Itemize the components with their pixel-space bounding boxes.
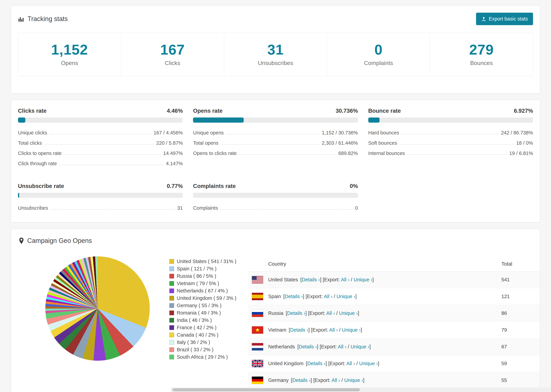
de-flag-icon: [252, 377, 263, 384]
rate-row-label: Soft bounces: [368, 140, 397, 147]
export-all-link[interactable]: All ›: [326, 310, 335, 316]
legend-swatch: [170, 311, 174, 315]
export-all-link[interactable]: All ›: [324, 294, 332, 299]
table-row: Germany [Details ›] [Export: All › / Uni…: [248, 372, 540, 389]
export-unique-link[interactable]: Unique ›: [351, 344, 369, 350]
geo-table-header-row: Country Total: [248, 256, 540, 271]
rate-head: Bounce rate 6.927%: [368, 108, 533, 114]
rate-value: 0%: [350, 183, 358, 189]
progress-bar-fill: [193, 118, 244, 123]
legend-label: Spain ( 121 / 7% ): [177, 266, 216, 272]
tracking-stats-card: Tracking stats Export basic stats 1,152 …: [11, 6, 540, 93]
details-link[interactable]: Details ›: [302, 277, 320, 282]
us-flag-icon: [252, 276, 263, 284]
dotted-leader: [239, 154, 336, 155]
dotted-leader: [402, 134, 499, 134]
rates-card: Clicks rate 4.46% Unique clicks 167 / 4.…: [11, 100, 540, 222]
rate-row-value: 242 / 86.738%: [501, 130, 533, 137]
map-marker-icon: [19, 237, 24, 244]
rate-row-label: Complaints: [193, 205, 218, 212]
legend-item: India ( 46 / 3% ): [170, 317, 236, 324]
rate-head: Unsubscribe rate 0.77%: [18, 183, 183, 189]
table-row: United States [Details ›] [Export: All ›…: [248, 271, 540, 288]
legend-item: Romania ( 49 / 3% ): [170, 309, 236, 317]
dotted-leader: [59, 165, 164, 165]
table-row: Russia [Details ›] [Export: All › / Uniq…: [248, 305, 540, 322]
campaign-geo-opens-title: Campaign Geo Opens: [27, 237, 92, 245]
rate-rows: Unsubscribes 31: [18, 202, 183, 212]
legend-label: Italy ( 36 / 2% ): [177, 339, 210, 345]
rate-row: Unsubscribes 31: [18, 202, 183, 212]
country-cell: Vietnam [Details ›] [Export: All › / Uni…: [268, 327, 501, 333]
rate-row: Total clicks 220 / 5.87%: [18, 137, 183, 147]
legend-label: Germany ( 55 / 3% ): [177, 303, 221, 308]
stats-row: 1,152 Opens 167 Clicks 31 Unsubscribes 0…: [18, 33, 533, 76]
pie-legend: United States ( 541 / 31% ) Spain ( 121 …: [170, 258, 236, 361]
legend-swatch: [170, 259, 174, 264]
rate-row: Opens to clicks rate 689.82%: [193, 147, 358, 157]
bar-chart-icon: [18, 16, 24, 22]
export-all-link[interactable]: All ›: [332, 378, 340, 383]
stat-box-opens: 1,152 Opens: [18, 33, 121, 76]
rate-row-value: 689.82%: [338, 151, 358, 157]
details-link[interactable]: Details ›: [307, 361, 325, 366]
country-name: Netherlands: [268, 344, 295, 350]
total-cell: 79: [501, 327, 540, 333]
progress-bar: [18, 193, 183, 198]
details-link[interactable]: Details ›: [285, 294, 303, 299]
rate-row-label: Unique clicks: [18, 130, 47, 137]
export-all-link[interactable]: All ›: [346, 361, 355, 366]
details-link[interactable]: Details ›: [287, 310, 305, 316]
rate-title: Unsubscribe rate: [18, 183, 64, 189]
rate-row-label: Click through rate: [18, 161, 57, 168]
export-all-link[interactable]: All ›: [338, 344, 346, 350]
legend-label: United States ( 541 / 31% ): [177, 259, 236, 264]
dotted-leader: [407, 154, 507, 155]
export-unique-link[interactable]: Unique ›: [344, 378, 363, 383]
details-link[interactable]: Details ›: [292, 378, 311, 383]
dotted-leader: [220, 209, 353, 210]
rate-rows: Unique clicks 167 / 4.456% Total clicks …: [18, 126, 183, 168]
rate-row-label: Clicks to opens rate: [18, 151, 62, 157]
dotted-leader: [50, 209, 175, 210]
export-all-link[interactable]: All ›: [329, 327, 338, 333]
dotted-leader: [400, 144, 514, 145]
rate-title: Clicks rate: [18, 108, 47, 114]
details-link[interactable]: Details ›: [299, 344, 317, 350]
dotted-leader: [64, 154, 161, 155]
rates-grid: Clicks rate 4.46% Unique clicks 167 / 4.…: [18, 108, 533, 212]
export-unique-link[interactable]: Unique ›: [359, 361, 378, 366]
rate-row-value: 167 / 4.456%: [154, 130, 183, 137]
country-name: Germany: [268, 378, 289, 383]
total-cell: 59: [501, 361, 540, 366]
horizontal-scrollbar-thumb[interactable]: [172, 388, 360, 391]
geo-content: United States ( 541 / 31% ) Spain ( 121 …: [11, 245, 540, 392]
country-cell: United States [Details ›] [Export: All ›…: [268, 277, 501, 283]
export-unique-link[interactable]: Unique ›: [342, 327, 361, 333]
stat-label: Opens: [18, 60, 121, 66]
export-basic-stats-button[interactable]: Export basic stats: [476, 13, 533, 25]
rate-row-label: Total opens: [193, 140, 218, 147]
rate-row-value: 18 / 0%: [516, 140, 533, 147]
export-unique-link[interactable]: Unique ›: [339, 310, 358, 316]
rate-head: Clicks rate 4.46%: [18, 108, 183, 114]
country-cell: Netherlands [Details ›] [Export: All › /…: [268, 344, 501, 350]
details-link[interactable]: Details ›: [290, 327, 308, 333]
rate-value: 4.46%: [167, 108, 183, 114]
stat-label: Bounces: [430, 60, 533, 66]
rate-row-value: 4.147%: [166, 161, 183, 168]
vn-flag-icon: [252, 326, 263, 334]
legend-item: France ( 42 / 2% ): [170, 324, 236, 331]
export-unique-link[interactable]: Unique ›: [353, 277, 372, 282]
export-unique-link[interactable]: Unique ›: [337, 294, 355, 299]
rate-title: Complaints rate: [193, 183, 236, 189]
table-row: Netherlands [Details ›] [Export: All › /…: [248, 338, 540, 355]
geo-opens-pie-chart: [45, 256, 150, 361]
export-all-link[interactable]: All ›: [341, 277, 349, 282]
rate-panel: Unsubscribe rate 0.77% Unsubscribes 31: [18, 183, 183, 212]
tracking-stats-card-header: Tracking stats Export basic stats: [18, 13, 533, 25]
legend-label: Canada ( 40 / 2% ): [177, 332, 218, 338]
export-icon: [481, 16, 486, 21]
campaign-geo-opens-card: Campaign Geo Opens United States ( 541 /…: [11, 229, 540, 392]
rate-rows: Hard bounces 242 / 86.738% Soft bounces …: [368, 126, 533, 157]
